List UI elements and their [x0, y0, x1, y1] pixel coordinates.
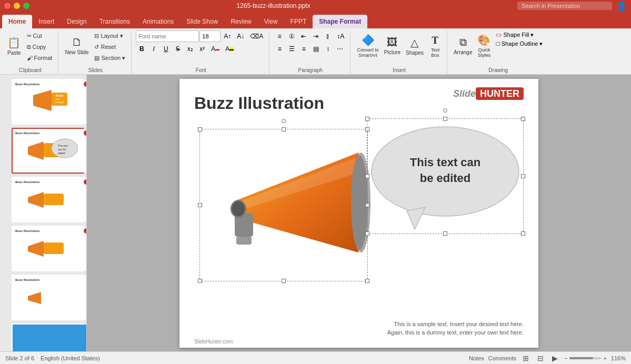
- minimize-button[interactable]: [14, 3, 20, 9]
- group-slides: 🗋 New Slide ⊟ Layout ▾ ↺ Reset ▤ Section…: [59, 31, 132, 74]
- font-size-input[interactable]: [199, 31, 221, 42]
- underline-button[interactable]: U: [160, 43, 172, 55]
- maximize-button[interactable]: [23, 3, 29, 9]
- slide-1-container: 1 Buzz Illustration WOW! TALK! SCREAM!: [2, 79, 84, 125]
- tab-transitions[interactable]: Transitions: [93, 15, 136, 28]
- textbox-button[interactable]: 𝐓 TextBox: [427, 31, 444, 61]
- reset-button[interactable]: ↺ Reset: [92, 42, 128, 52]
- new-slide-button[interactable]: 🗋 New Slide: [63, 31, 91, 61]
- slide-canvas[interactable]: Buzz Illustration SlideHUNTER: [179, 79, 538, 348]
- zoom-slider[interactable]: [569, 357, 601, 359]
- bullets-button[interactable]: ≡: [274, 31, 285, 42]
- convert-smartart-button[interactable]: 🔷 Convert toSmartArt: [355, 31, 381, 61]
- slide-thumb-4[interactable]: Buzz Illustration: [12, 226, 84, 271]
- superscript-button[interactable]: x²: [196, 43, 208, 55]
- speech-bubble-wrapper[interactable]: This text can be edited: [367, 118, 524, 234]
- slideshow-view-button[interactable]: ▶: [550, 353, 560, 363]
- slide-thumb-5[interactable]: Buzz Illustration: [12, 275, 84, 320]
- slide-thumb-6[interactable]: [12, 323, 84, 351]
- bold-button[interactable]: B: [136, 43, 147, 55]
- outline-view-button[interactable]: ⊟: [535, 353, 546, 363]
- arrange-button[interactable]: ⧉ Arrange: [452, 31, 475, 61]
- columns-button[interactable]: ⫿: [322, 31, 334, 42]
- notes-button[interactable]: Notes: [469, 355, 484, 361]
- sb-handle-br[interactable]: [521, 231, 525, 236]
- tab-shape-format[interactable]: Shape Format: [313, 15, 367, 28]
- shape-outline-dropdown[interactable]: ▾: [539, 41, 543, 47]
- clear-format-button[interactable]: ⌫A: [247, 31, 266, 42]
- title-bar: 1265-buzz-illustration.pptx 👤: [0, 0, 631, 12]
- strikethrough-button[interactable]: S̶: [172, 43, 184, 55]
- copy-button[interactable]: ⧉ Copy: [24, 42, 55, 52]
- zoom-in-button[interactable]: +: [603, 355, 606, 361]
- picture-button[interactable]: 🖼 Picture: [382, 31, 403, 61]
- line-spacing-button[interactable]: ↕: [322, 43, 334, 55]
- tab-review[interactable]: Review: [224, 15, 257, 28]
- slide-3-inner: Buzz Illustration: [13, 178, 87, 221]
- slide-4-container: 4 Buzz Illustration: [2, 226, 84, 271]
- justify-button[interactable]: ▤: [310, 43, 322, 55]
- align-center-button[interactable]: ☰: [286, 43, 297, 55]
- tab-insert[interactable]: Insert: [32, 15, 61, 28]
- align-left-button[interactable]: ≡: [274, 43, 285, 55]
- handle-tl[interactable]: [198, 127, 202, 132]
- shapes-button[interactable]: △ Shapes: [404, 31, 426, 61]
- window-controls: [4, 3, 29, 9]
- text-direction-button[interactable]: ↕A: [334, 31, 347, 42]
- shape-fill-dropdown[interactable]: ▾: [530, 32, 534, 38]
- account-icon[interactable]: 👤: [616, 1, 627, 11]
- quick-styles-button[interactable]: 🎨 QuickStyles: [475, 31, 493, 61]
- handle-tm[interactable]: [282, 127, 286, 132]
- sb-handle-bm[interactable]: [443, 231, 447, 236]
- slide-thumb-3[interactable]: Buzz Illustration: [12, 177, 84, 223]
- increase-indent-button[interactable]: ⇥: [310, 31, 322, 42]
- decrease-indent-button[interactable]: ⇤: [298, 31, 309, 42]
- sb-rotation-handle[interactable]: [443, 108, 447, 113]
- slide-thumb-2[interactable]: Buzz Illustration This text can be edite…: [12, 128, 84, 174]
- subscript-button[interactable]: x₂: [184, 43, 196, 55]
- increase-font-size-button[interactable]: A↑: [221, 31, 234, 42]
- tab-design[interactable]: Design: [61, 15, 93, 28]
- language-info: English (United States): [41, 355, 100, 361]
- shape-fill-icon: ▭: [496, 31, 502, 38]
- handle-bm[interactable]: [282, 279, 286, 283]
- svg-text:This text can: This text can: [410, 156, 480, 169]
- svg-text:SCREAM!: SCREAM!: [55, 101, 64, 104]
- slide-thumb-1[interactable]: Buzz Illustration WOW! TALK! SCREAM!: [12, 79, 84, 125]
- tab-view[interactable]: View: [258, 15, 284, 28]
- align-right-button[interactable]: ≡: [298, 43, 309, 55]
- tab-home[interactable]: Home: [2, 15, 32, 28]
- cut-button[interactable]: ✂ Cut: [24, 31, 55, 41]
- format-button[interactable]: 🖌 Format: [24, 53, 55, 63]
- search-input[interactable]: [517, 2, 612, 10]
- svg-rect-12: [44, 194, 64, 205]
- shape-fill-button[interactable]: ▭ Shape Fill ▾: [494, 31, 545, 39]
- layout-button[interactable]: ⊟ Layout ▾: [92, 31, 128, 41]
- handle-br[interactable]: [365, 279, 369, 283]
- tab-fppt[interactable]: FPPT: [284, 15, 313, 28]
- paste-icon: 📋: [7, 36, 21, 49]
- decrease-font-size-button[interactable]: A↓: [234, 31, 247, 42]
- handle-ml[interactable]: [198, 203, 202, 207]
- more-para-button[interactable]: ⋯: [334, 43, 346, 55]
- comments-button[interactable]: Comments: [488, 355, 516, 361]
- zoom-out-button[interactable]: −: [564, 355, 567, 361]
- rotation-handle[interactable]: [282, 119, 286, 123]
- section-button[interactable]: ▤ Section ▾: [92, 53, 128, 63]
- tab-slideshow[interactable]: Slide Show: [180, 15, 224, 28]
- numbering-button[interactable]: ①: [286, 31, 297, 42]
- clipboard-label: Clipboard: [19, 66, 42, 74]
- font-name-input[interactable]: [136, 31, 199, 42]
- paste-button[interactable]: 📋 Paste: [5, 31, 23, 61]
- speech-bubble-svg: This text can be edited: [367, 119, 523, 232]
- close-button[interactable]: [4, 3, 11, 9]
- font-color-button[interactable]: A▬: [208, 43, 222, 55]
- handle-bl[interactable]: [198, 279, 202, 283]
- tab-animations[interactable]: Animations: [136, 15, 180, 28]
- italic-button[interactable]: I: [148, 43, 159, 55]
- normal-view-button[interactable]: ⊞: [520, 353, 531, 363]
- text-highlight-button[interactable]: A▬: [223, 43, 236, 55]
- shape-outline-button[interactable]: □ Shape Outline ▾: [494, 39, 545, 48]
- zoom-level[interactable]: 116%: [611, 355, 626, 361]
- sb-handle-bl[interactable]: [365, 231, 369, 236]
